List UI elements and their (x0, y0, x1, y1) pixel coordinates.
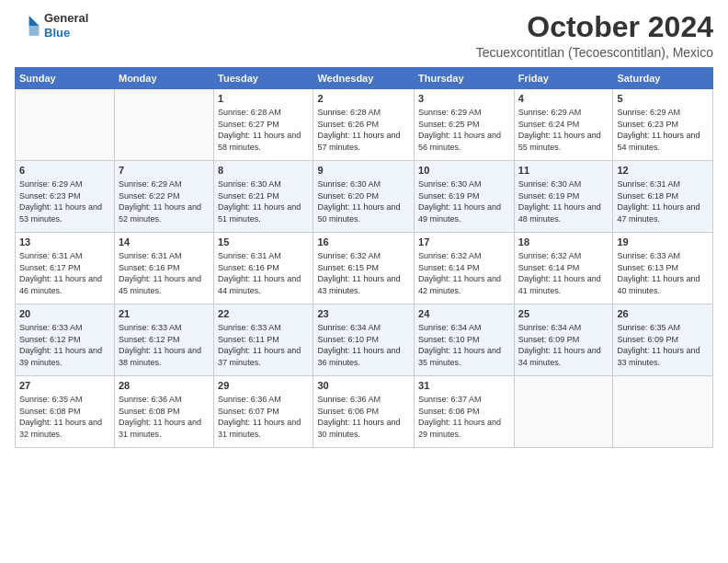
day-info: Sunrise: 6:34 AMSunset: 6:10 PMDaylight:… (418, 322, 510, 368)
table-row: 9Sunrise: 6:30 AMSunset: 6:20 PMDaylight… (313, 161, 415, 233)
table-row: 28Sunrise: 6:36 AMSunset: 6:08 PMDayligh… (114, 376, 213, 448)
title-section: October 2024 Tecuexcontitlan (Tecoescont… (476, 11, 713, 60)
calendar-week-row: 27Sunrise: 6:35 AMSunset: 6:08 PMDayligh… (16, 376, 713, 448)
table-row: 30Sunrise: 6:36 AMSunset: 6:06 PMDayligh… (313, 376, 415, 448)
day-info: Sunrise: 6:31 AMSunset: 6:17 PMDaylight:… (19, 250, 110, 296)
day-number: 19 (617, 236, 709, 249)
day-info: Sunrise: 6:29 AMSunset: 6:22 PMDaylight:… (119, 178, 210, 224)
day-number: 3 (418, 92, 510, 106)
day-info: Sunrise: 6:33 AMSunset: 6:13 PMDaylight:… (617, 250, 709, 296)
day-info: Sunrise: 6:34 AMSunset: 6:10 PMDaylight:… (317, 322, 410, 368)
day-number: 8 (218, 164, 309, 178)
table-row (613, 376, 713, 448)
day-info: Sunrise: 6:29 AMSunset: 6:23 PMDaylight:… (19, 178, 110, 224)
day-number: 11 (518, 164, 609, 178)
day-info: Sunrise: 6:32 AMSunset: 6:14 PMDaylight:… (418, 250, 510, 296)
generalblue-logo-icon (15, 13, 40, 39)
day-info: Sunrise: 6:36 AMSunset: 6:06 PMDaylight:… (317, 394, 410, 440)
table-row: 8Sunrise: 6:30 AMSunset: 6:21 PMDaylight… (214, 161, 313, 233)
day-info: Sunrise: 6:30 AMSunset: 6:21 PMDaylight:… (218, 178, 309, 224)
day-number: 1 (218, 92, 309, 106)
day-number: 26 (617, 307, 709, 321)
day-number: 31 (418, 379, 510, 393)
day-info: Sunrise: 6:33 AMSunset: 6:12 PMDaylight:… (19, 322, 110, 368)
table-row: 16Sunrise: 6:32 AMSunset: 6:15 PMDayligh… (313, 233, 415, 304)
table-row: 24Sunrise: 6:34 AMSunset: 6:10 PMDayligh… (415, 304, 515, 376)
calendar-table: Sunday Monday Tuesday Wednesday Thursday… (15, 67, 713, 448)
table-row: 20Sunrise: 6:33 AMSunset: 6:12 PMDayligh… (16, 304, 115, 376)
day-info: Sunrise: 6:32 AMSunset: 6:14 PMDaylight:… (518, 250, 609, 296)
day-info: Sunrise: 6:30 AMSunset: 6:19 PMDaylight:… (518, 178, 609, 224)
calendar-week-row: 13Sunrise: 6:31 AMSunset: 6:17 PMDayligh… (16, 233, 713, 304)
day-number: 13 (19, 236, 110, 249)
table-row: 23Sunrise: 6:34 AMSunset: 6:10 PMDayligh… (313, 304, 415, 376)
day-number: 6 (19, 164, 110, 178)
header: General Blue October 2024 Tecuexcontitla… (15, 11, 713, 60)
table-row: 12Sunrise: 6:31 AMSunset: 6:18 PMDayligh… (613, 161, 713, 233)
day-info: Sunrise: 6:28 AMSunset: 6:26 PMDaylight:… (317, 107, 410, 153)
col-saturday: Saturday (613, 68, 713, 89)
day-info: Sunrise: 6:33 AMSunset: 6:12 PMDaylight:… (119, 322, 210, 368)
table-row: 13Sunrise: 6:31 AMSunset: 6:17 PMDayligh… (16, 233, 115, 304)
day-info: Sunrise: 6:28 AMSunset: 6:27 PMDaylight:… (218, 107, 309, 153)
table-row: 29Sunrise: 6:36 AMSunset: 6:07 PMDayligh… (214, 376, 313, 448)
day-number: 28 (119, 379, 210, 393)
col-thursday: Thursday (415, 68, 515, 89)
day-info: Sunrise: 6:29 AMSunset: 6:24 PMDaylight:… (518, 107, 609, 153)
logo: General Blue (15, 11, 88, 40)
day-number: 5 (617, 92, 709, 106)
day-number: 9 (317, 164, 410, 178)
calendar-header-row: Sunday Monday Tuesday Wednesday Thursday… (16, 68, 713, 89)
calendar-week-row: 1Sunrise: 6:28 AMSunset: 6:27 PMDaylight… (16, 89, 713, 161)
table-row (114, 89, 213, 161)
day-info: Sunrise: 6:36 AMSunset: 6:07 PMDaylight:… (218, 394, 309, 440)
day-info: Sunrise: 6:29 AMSunset: 6:23 PMDaylight:… (617, 107, 709, 153)
day-number: 14 (119, 236, 210, 249)
col-wednesday: Wednesday (313, 68, 415, 89)
day-info: Sunrise: 6:33 AMSunset: 6:11 PMDaylight:… (218, 322, 309, 368)
table-row: 7Sunrise: 6:29 AMSunset: 6:22 PMDaylight… (114, 161, 213, 233)
location-title: Tecuexcontitlan (Tecoescontitlan), Mexic… (476, 45, 713, 60)
day-number: 29 (218, 379, 309, 393)
table-row: 1Sunrise: 6:28 AMSunset: 6:27 PMDaylight… (214, 89, 313, 161)
day-info: Sunrise: 6:37 AMSunset: 6:06 PMDaylight:… (418, 394, 510, 440)
day-number: 4 (518, 92, 609, 106)
table-row: 6Sunrise: 6:29 AMSunset: 6:23 PMDaylight… (16, 161, 115, 233)
day-number: 21 (119, 307, 210, 321)
table-row: 5Sunrise: 6:29 AMSunset: 6:23 PMDaylight… (613, 89, 713, 161)
table-row: 18Sunrise: 6:32 AMSunset: 6:14 PMDayligh… (514, 233, 613, 304)
table-row: 15Sunrise: 6:31 AMSunset: 6:16 PMDayligh… (214, 233, 313, 304)
day-info: Sunrise: 6:36 AMSunset: 6:08 PMDaylight:… (119, 394, 210, 440)
table-row (16, 89, 115, 161)
day-info: Sunrise: 6:31 AMSunset: 6:18 PMDaylight:… (617, 178, 709, 224)
day-info: Sunrise: 6:31 AMSunset: 6:16 PMDaylight:… (218, 250, 309, 296)
svg-marker-2 (29, 26, 40, 36)
calendar-week-row: 20Sunrise: 6:33 AMSunset: 6:12 PMDayligh… (16, 304, 713, 376)
day-number: 15 (218, 236, 309, 249)
day-info: Sunrise: 6:30 AMSunset: 6:20 PMDaylight:… (317, 178, 410, 224)
logo-text: General Blue (44, 11, 88, 40)
table-row: 25Sunrise: 6:34 AMSunset: 6:09 PMDayligh… (514, 304, 613, 376)
day-number: 30 (317, 379, 410, 393)
day-info: Sunrise: 6:30 AMSunset: 6:19 PMDaylight:… (418, 178, 510, 224)
col-sunday: Sunday (16, 68, 115, 89)
col-monday: Monday (114, 68, 213, 89)
day-number: 25 (518, 307, 609, 321)
day-number: 22 (218, 307, 309, 321)
table-row (514, 376, 613, 448)
page: General Blue October 2024 Tecuexcontitla… (0, 0, 728, 563)
table-row: 17Sunrise: 6:32 AMSunset: 6:14 PMDayligh… (415, 233, 515, 304)
day-info: Sunrise: 6:34 AMSunset: 6:09 PMDaylight:… (518, 322, 609, 368)
table-row: 10Sunrise: 6:30 AMSunset: 6:19 PMDayligh… (415, 161, 515, 233)
month-title: October 2024 (476, 11, 713, 43)
day-number: 7 (119, 164, 210, 178)
day-number: 23 (317, 307, 410, 321)
day-number: 24 (418, 307, 510, 321)
day-number: 2 (317, 92, 410, 106)
day-info: Sunrise: 6:35 AMSunset: 6:09 PMDaylight:… (617, 322, 709, 368)
table-row: 27Sunrise: 6:35 AMSunset: 6:08 PMDayligh… (16, 376, 115, 448)
table-row: 3Sunrise: 6:29 AMSunset: 6:25 PMDaylight… (415, 89, 515, 161)
calendar-week-row: 6Sunrise: 6:29 AMSunset: 6:23 PMDaylight… (16, 161, 713, 233)
day-number: 17 (418, 236, 510, 249)
day-number: 10 (418, 164, 510, 178)
